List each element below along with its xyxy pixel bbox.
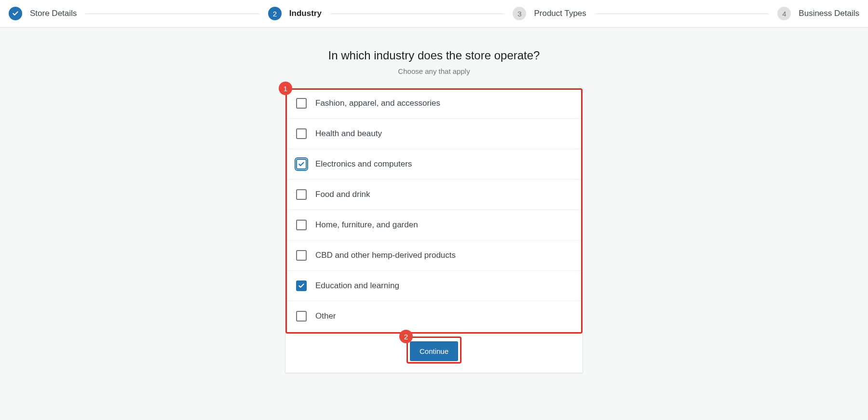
option-row[interactable]: CBD and other hemp-derived products <box>285 240 583 271</box>
checkbox-icon[interactable] <box>296 128 307 139</box>
step-label: Industry <box>289 9 322 18</box>
step-divider <box>330 14 504 14</box>
continue-button[interactable]: Continue <box>410 341 458 361</box>
annotation-badge-1: 1 <box>279 82 292 95</box>
page-content: In which industry does the store operate… <box>0 28 868 373</box>
checkbox-icon[interactable] <box>296 220 307 230</box>
checkbox-icon[interactable] <box>296 98 307 109</box>
option-row[interactable]: Electronics and computers <box>285 149 583 180</box>
step-store-details[interactable]: Store Details <box>9 7 77 20</box>
checkbox-icon[interactable] <box>296 280 307 291</box>
step-divider <box>85 14 259 14</box>
checkbox-icon[interactable] <box>296 159 307 169</box>
check-icon <box>9 7 22 20</box>
option-label: Food and drink <box>315 190 370 199</box>
step-label: Product Types <box>534 9 586 18</box>
option-label: Health and beauty <box>315 129 382 139</box>
option-label: Other <box>315 311 336 321</box>
option-label: Electronics and computers <box>315 159 412 169</box>
wizard-stepper: Store Details 2 Industry 3 Product Types… <box>0 0 868 28</box>
options-list: Fashion, apparel, and accessoriesHealth … <box>285 88 583 332</box>
step-number-icon: 2 <box>268 7 282 20</box>
step-product-types[interactable]: 3 Product Types <box>513 7 586 20</box>
step-number-icon: 4 <box>777 7 791 20</box>
continue-area: Continue 2 <box>285 332 583 373</box>
option-label: Home, furniture, and garden <box>315 220 418 230</box>
option-label: Fashion, apparel, and accessories <box>315 98 440 108</box>
option-row[interactable]: Home, furniture, and garden <box>285 210 583 240</box>
step-divider <box>595 14 769 14</box>
page-title: In which industry does the store operate… <box>328 49 540 62</box>
option-row[interactable]: Education and learning <box>285 271 583 301</box>
annotation-badge-2: 2 <box>399 330 413 343</box>
checkbox-icon[interactable] <box>296 189 307 200</box>
step-number-icon: 3 <box>513 7 526 20</box>
page-subtitle: Choose any that apply <box>398 67 470 75</box>
option-label: Education and learning <box>315 281 399 291</box>
options-card: Fashion, apparel, and accessoriesHealth … <box>285 88 583 373</box>
option-row[interactable]: Fashion, apparel, and accessories <box>285 88 583 119</box>
step-label: Business Details <box>799 9 859 18</box>
option-row[interactable]: Health and beauty <box>285 119 583 149</box>
step-business-details[interactable]: 4 Business Details <box>777 7 859 20</box>
option-label: CBD and other hemp-derived products <box>315 251 456 260</box>
step-label: Store Details <box>30 9 77 18</box>
checkbox-icon[interactable] <box>296 311 307 322</box>
option-row[interactable]: Other <box>285 301 583 332</box>
step-industry[interactable]: 2 Industry <box>268 7 322 20</box>
checkbox-icon[interactable] <box>296 250 307 261</box>
option-row[interactable]: Food and drink <box>285 180 583 210</box>
